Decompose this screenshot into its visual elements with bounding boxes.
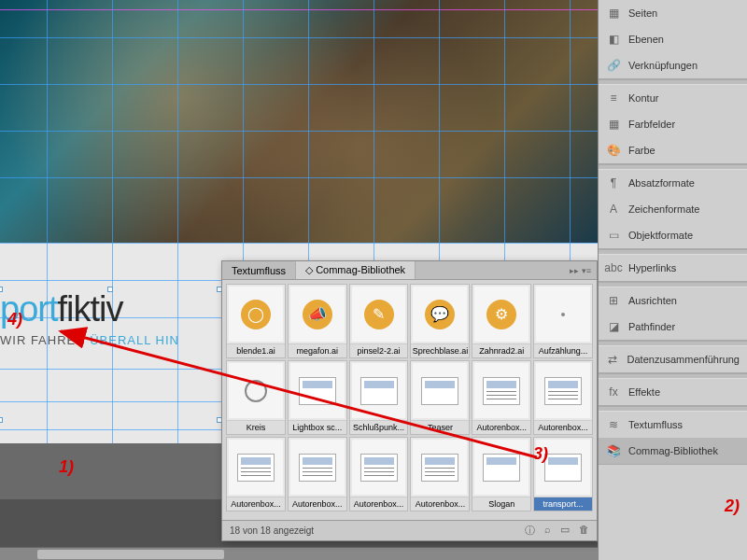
panel-button-ausrichten[interactable]: ⊞Ausrichten (599, 287, 747, 314)
annotation-4: 4) (7, 310, 22, 329)
tagline-text: WIR FAHREN ÜBERALL HIN (0, 333, 219, 347)
library-thumb: ◯ (229, 287, 283, 342)
trash-icon[interactable]: 🗑 (579, 524, 589, 538)
search-icon[interactable]: ⌕ (544, 524, 551, 538)
seiten-icon: ▦ (606, 6, 621, 21)
library-item[interactable]: ⚙Zahnrad2.ai (472, 284, 531, 358)
datenzusammenführung-icon: ⇄ (606, 352, 620, 367)
library-item[interactable]: Slogan (472, 437, 531, 511)
library-item-label: Autorenbox... (472, 420, 530, 434)
library-item[interactable]: Autorenbox... (533, 360, 593, 435)
library-grid: ◯blende1.ai📣megafon.ai✎pinsel2-2.ai💬Spre… (222, 280, 597, 515)
panel-button-label: Effekte (628, 386, 660, 398)
status-count: 18 von 18 angezeigt (230, 525, 314, 536)
library-item-label: Lightbox sc... (289, 420, 346, 434)
library-item[interactable]: Aufzählung... (533, 284, 593, 358)
library-item[interactable]: Autorenbox... (288, 437, 347, 511)
farbfelder-icon: ▦ (606, 117, 621, 132)
panel-button-label: Datenzusammenführung (627, 354, 740, 365)
library-item-label: Autorenbox... (534, 420, 592, 434)
library-item-label: Autorenbox... (227, 497, 285, 511)
panel-button-kontur[interactable]: ≡Kontur (599, 85, 747, 111)
library-item-label: pinsel2-2.ai (350, 343, 408, 357)
horizontal-scrollbar[interactable] (0, 547, 598, 560)
library-item-label: Teaser (411, 420, 469, 434)
tab-textumfluss[interactable]: Textumfluss (222, 262, 296, 279)
panel-status-bar: 18 von 18 angezeigt ⓘ ⌕ ▭ 🗑 (222, 520, 597, 540)
panel-button-effekte[interactable]: fxEffekte (599, 379, 747, 405)
library-item[interactable]: ◯blende1.ai (226, 284, 286, 358)
panel-button-farbe[interactable]: 🎨Farbe (599, 137, 747, 163)
library-thumb (352, 440, 406, 495)
library-item[interactable]: Schlußpunk... (349, 360, 409, 435)
library-item[interactable]: Autorenbox... (226, 437, 286, 511)
library-thumb (290, 440, 345, 495)
ausrichten-icon: ⊞ (606, 293, 621, 308)
panel-button-ebenen[interactable]: ◧Ebenen (599, 26, 747, 52)
logo-text: portfiktiv (0, 289, 219, 329)
panel-button-farbfelder[interactable]: ▦Farbfelder (599, 111, 747, 137)
panel-button-label: Zeichenformate (628, 203, 699, 215)
farbe-icon: 🎨 (606, 143, 621, 158)
library-item-label: Aufzählung... (534, 343, 592, 357)
library-item-label: blende1.ai (227, 343, 285, 357)
library-item[interactable]: Teaser (410, 360, 470, 435)
annotation-3: 3) (533, 444, 548, 464)
tab-commag-bibliothek[interactable]: ◇ Commag-Bibliothek (296, 261, 416, 279)
panel-button-pathfinder[interactable]: ◪Pathfinder (599, 314, 747, 340)
panel-button-objektformate[interactable]: ▭Objektformate (599, 222, 747, 248)
library-thumb: 💬 (413, 287, 467, 342)
library-thumb (229, 440, 283, 495)
annotation-2: 2) (725, 497, 740, 516)
library-thumb: ⚙ (474, 287, 529, 342)
library-item-label: Schlußpunk... (350, 420, 408, 434)
library-item[interactable]: 📣megafon.ai (288, 284, 347, 358)
library-item[interactable]: Kreis (226, 360, 286, 435)
library-thumb (229, 363, 283, 418)
panel-tabs: Textumfluss ◇ Commag-Bibliothek ▸▸ ▾≡ (222, 261, 597, 280)
library-thumb (290, 363, 345, 418)
panel-button-textumfluss[interactable]: ≋Textumfluss (599, 412, 747, 438)
panel-menu-icon[interactable]: ▸▸ ▾≡ (564, 266, 597, 275)
library-thumb (474, 440, 529, 495)
panel-button-label: Seiten (628, 7, 657, 19)
panel-button-label: Absatzformate (628, 177, 695, 189)
panel-button-hyperlinks[interactable]: abcHyperlinks (599, 255, 747, 281)
objektformate-icon: ▭ (606, 228, 621, 243)
panel-button-seiten[interactable]: ▦Seiten (599, 0, 747, 26)
kontur-icon: ≡ (606, 91, 621, 105)
library-item[interactable]: Autorenbox... (410, 437, 470, 511)
library-item-label: Autorenbox... (289, 497, 346, 511)
library-item-label: Slogan (472, 497, 530, 511)
library-item-label: Kreis (227, 420, 285, 434)
ebenen-icon: ◧ (606, 32, 621, 47)
library-item-label: Zahnrad2.ai (472, 343, 530, 357)
info-icon[interactable]: ⓘ (525, 524, 535, 538)
panel-button-absatzformate[interactable]: ¶Absatzformate (599, 170, 747, 196)
library-thumb: 📣 (290, 287, 345, 342)
zeichenformate-icon: A (606, 202, 621, 217)
library-item[interactable]: Lightbox sc... (288, 360, 347, 435)
panel-button-zeichenformate[interactable]: AZeichenformate (599, 196, 747, 222)
panel-button-label: Kontur (628, 92, 658, 104)
textumfluss-icon: ≋ (606, 417, 621, 432)
library-item[interactable]: 💬Sprechblase.ai (410, 284, 470, 358)
absatzformate-icon: ¶ (606, 175, 621, 190)
panel-button-datenzusammenf-hrung[interactable]: ⇄Datenzusammenführung (599, 346, 747, 372)
panel-button-verkn-pfungen[interactable]: 🔗Verknüpfungen (599, 52, 747, 78)
panel-button-label: Farbe (628, 145, 655, 156)
library-panel: Textumfluss ◇ Commag-Bibliothek ▸▸ ▾≡ ◯b… (221, 260, 598, 541)
new-library-icon[interactable]: ▭ (560, 524, 570, 538)
library-thumb (413, 440, 467, 495)
library-item[interactable]: ✎pinsel2-2.ai (349, 284, 409, 358)
annotation-1: 1) (59, 457, 74, 477)
text-frame-logo[interactable]: portfiktiv WIR FAHREN ÜBERALL HIN (0, 289, 219, 420)
panel-button-commag-bibliothek[interactable]: 📚Commag-Bibliothek (599, 438, 747, 464)
panel-button-label: Commag-Bibliothek (628, 445, 718, 456)
verknüpfungen-icon: 🔗 (606, 58, 621, 73)
library-item[interactable]: Autorenbox... (349, 437, 409, 511)
library-item[interactable]: Autorenbox... (472, 360, 531, 435)
library-thumb (352, 363, 406, 418)
placed-image-earth[interactable] (0, 0, 598, 243)
hyperlinks-icon: abc (606, 260, 621, 275)
